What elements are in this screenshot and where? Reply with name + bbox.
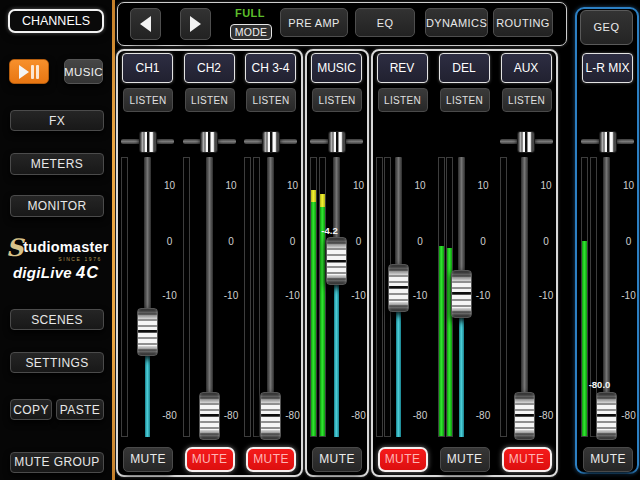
fader-track[interactable] bbox=[458, 157, 465, 276]
mute-button[interactable]: MUTE bbox=[123, 447, 173, 472]
fader-scale-label: -80 bbox=[405, 410, 435, 421]
digilive-logo: digiLive4C bbox=[6, 263, 106, 283]
listen-button[interactable]: LISTEN bbox=[440, 88, 490, 112]
pause-bar-icon bbox=[36, 65, 39, 79]
channel-strip-aux: AUXLISTEN100-10-80MUTE bbox=[496, 0, 557, 480]
fx-button[interactable]: FX bbox=[10, 110, 104, 131]
channel-name-button[interactable]: REV bbox=[377, 53, 428, 83]
channel-name-button[interactable]: CH1 bbox=[122, 53, 173, 83]
fader-scale-label: 10 bbox=[614, 180, 640, 191]
listen-button[interactable]: LISTEN bbox=[378, 88, 428, 112]
music-button[interactable]: MUSIC bbox=[64, 59, 103, 84]
fader-track-below[interactable] bbox=[459, 314, 464, 438]
level-meter bbox=[244, 157, 251, 437]
fader-scale-label: -10 bbox=[278, 290, 308, 301]
pause-bar-icon bbox=[31, 65, 34, 79]
mute-button[interactable]: MUTE bbox=[246, 447, 296, 472]
fader-scale-label: -10 bbox=[614, 290, 640, 301]
fader-value-label: -80.0 bbox=[580, 379, 620, 390]
fader-track[interactable] bbox=[206, 157, 213, 398]
monitor-button[interactable]: MONITOR bbox=[10, 195, 104, 217]
fader-knob[interactable] bbox=[137, 308, 158, 356]
listen-button[interactable]: LISTEN bbox=[123, 88, 173, 112]
fader-scale-label: 10 bbox=[278, 180, 308, 191]
channel-name-button[interactable]: L-R MIX bbox=[582, 53, 633, 83]
channel-name-button[interactable]: CH2 bbox=[184, 53, 235, 83]
fader-scale-label: -10 bbox=[344, 290, 374, 301]
fader-scale-label: 0 bbox=[405, 236, 435, 247]
level-meter-peak-segment bbox=[311, 190, 316, 202]
level-meter bbox=[253, 157, 260, 437]
copy-button[interactable]: COPY bbox=[10, 399, 52, 420]
fader-track-below[interactable] bbox=[145, 352, 150, 438]
pan-slider-knob[interactable] bbox=[599, 131, 617, 153]
mute-button[interactable]: MUTE bbox=[583, 447, 633, 472]
fader-scale-label: -80 bbox=[468, 410, 498, 421]
listen-button[interactable]: LISTEN bbox=[502, 88, 552, 112]
channel-name-button[interactable]: DEL bbox=[439, 53, 490, 83]
fader-scale-label: 10 bbox=[405, 180, 435, 191]
mute-button[interactable]: MUTE bbox=[502, 447, 552, 472]
level-meter bbox=[310, 157, 317, 437]
level-meter bbox=[500, 157, 507, 437]
level-meter-fill bbox=[582, 241, 587, 436]
pan-slider-knob[interactable] bbox=[328, 131, 346, 153]
paste-button[interactable]: PASTE bbox=[56, 399, 104, 420]
fader-track[interactable] bbox=[144, 157, 151, 314]
channel-strip-rev: REVLISTEN100-10-80MUTE bbox=[372, 0, 433, 480]
play-icon bbox=[19, 65, 29, 79]
sidebar: CHANNELS MUSIC FX METERS MONITOR Studiom… bbox=[0, 0, 112, 480]
settings-button[interactable]: SETTINGS bbox=[10, 352, 104, 373]
fader-track[interactable] bbox=[267, 157, 274, 398]
fader-knob[interactable] bbox=[388, 264, 409, 312]
meters-button[interactable]: METERS bbox=[10, 153, 104, 175]
channel-name-button[interactable]: MUSIC bbox=[311, 53, 362, 83]
channels-button[interactable]: CHANNELS bbox=[8, 9, 104, 33]
mute-group-button[interactable]: MUTE GROUP bbox=[10, 452, 104, 473]
fader-value-label: -4.2 bbox=[310, 224, 350, 235]
fader-scale-label: 0 bbox=[278, 236, 308, 247]
listen-button[interactable]: LISTEN bbox=[246, 88, 296, 112]
mute-button[interactable]: MUTE bbox=[185, 447, 235, 472]
fader-scale-label: -10 bbox=[531, 290, 561, 301]
channel-strip-ch-3-4: CH 3-4LISTEN100-10-80MUTE bbox=[240, 0, 301, 480]
mute-button[interactable]: MUTE bbox=[440, 447, 490, 472]
level-meter bbox=[121, 157, 128, 437]
level-meter-peak-segment bbox=[320, 194, 325, 207]
scenes-button[interactable]: SCENES bbox=[10, 309, 104, 330]
mixer-screen: CHANNELS MUSIC FX METERS MONITOR Studiom… bbox=[0, 0, 640, 480]
fader-scale-label: 0 bbox=[614, 236, 640, 247]
fader-track[interactable] bbox=[521, 157, 528, 398]
fader-scale-label: -80 bbox=[278, 410, 308, 421]
fader-track-below[interactable] bbox=[334, 281, 339, 437]
fader-scale-label: -80 bbox=[344, 410, 374, 421]
play-pause-button[interactable] bbox=[9, 59, 49, 84]
pan-slider-knob[interactable] bbox=[262, 131, 280, 153]
fader-scale-label: 0 bbox=[468, 236, 498, 247]
level-meter bbox=[183, 157, 190, 437]
fader-scale-label: -10 bbox=[468, 290, 498, 301]
pan-slider-knob[interactable] bbox=[200, 131, 218, 153]
fader-scale-label: 10 bbox=[468, 180, 498, 191]
fader-scale-label: 10 bbox=[344, 180, 374, 191]
fader-scale-label: -80 bbox=[531, 410, 561, 421]
listen-button[interactable]: LISTEN bbox=[185, 88, 235, 112]
fader-scale-label: 0 bbox=[344, 236, 374, 247]
fader-track[interactable] bbox=[395, 157, 402, 270]
mute-button[interactable]: MUTE bbox=[312, 447, 362, 472]
fader-track-below[interactable] bbox=[396, 308, 401, 438]
level-meter bbox=[376, 157, 383, 437]
channel-strip-ch1: CH1LISTEN100-10-80MUTE bbox=[117, 0, 178, 480]
fader-track[interactable] bbox=[603, 157, 610, 398]
level-meter bbox=[438, 157, 445, 437]
channel-strip-ch2: CH2LISTEN100-10-80MUTE bbox=[179, 0, 240, 480]
channel-strip-music: MUSICLISTEN100-10-80-4.2MUTE bbox=[306, 0, 367, 480]
mute-button[interactable]: MUTE bbox=[378, 447, 428, 472]
pan-slider-knob[interactable] bbox=[517, 131, 535, 153]
listen-button[interactable]: LISTEN bbox=[312, 88, 362, 112]
channel-name-button[interactable]: CH 3-4 bbox=[245, 53, 296, 83]
fader-scale-label: 10 bbox=[531, 180, 561, 191]
pan-slider-knob[interactable] bbox=[139, 131, 157, 153]
channel-name-button[interactable]: AUX bbox=[501, 53, 552, 83]
sidebar-divider bbox=[112, 0, 115, 480]
